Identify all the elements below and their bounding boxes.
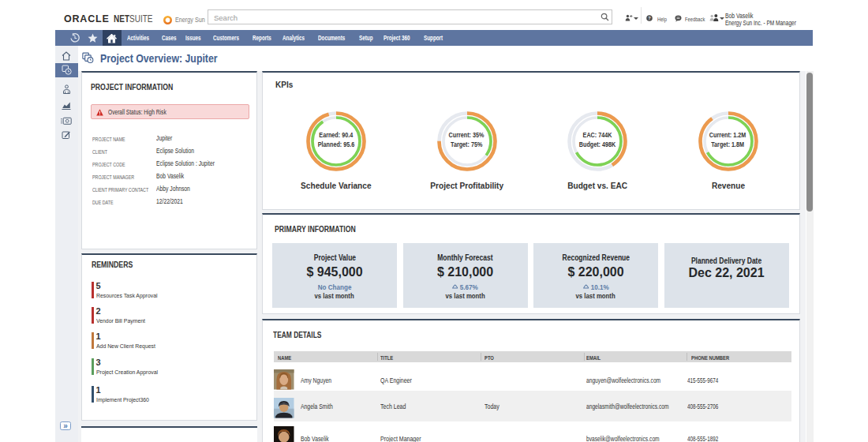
svg-text:?: ? xyxy=(648,16,651,21)
